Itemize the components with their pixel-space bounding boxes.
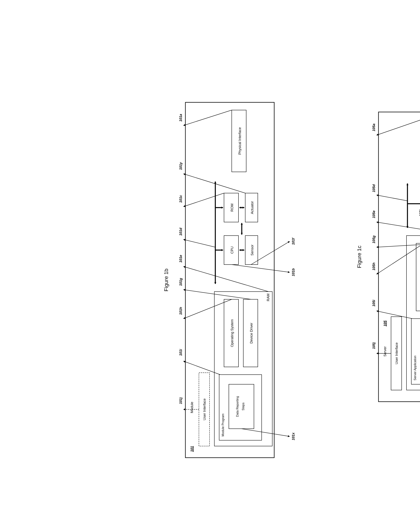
server-id: 105	[383, 320, 387, 326]
ref-101f: 101f	[291, 238, 295, 245]
module-id: 101	[190, 446, 194, 452]
ref-105j: 105j	[372, 342, 376, 349]
ref-101h: 101h	[179, 307, 183, 315]
phys-label: Physical Interface	[238, 127, 242, 155]
ref-105e: 105e	[372, 210, 376, 218]
ref-105b: 105b	[419, 208, 420, 216]
ref-101i: 101i	[179, 349, 183, 356]
server-app-label: Server Application	[413, 355, 417, 380]
figure-1c: Figure 1c Server 105 User Interface RAM …	[356, 112, 420, 402]
figure-1b-caption: Figure 1b	[163, 269, 169, 291]
ref-101a: 101a	[179, 114, 183, 122]
ref-105i: 105i	[372, 300, 376, 307]
server-title: Server	[383, 346, 387, 356]
actuator-label: Actuator	[250, 201, 254, 214]
ref-105d: 105d	[372, 184, 376, 192]
sensor-label: Sensor	[250, 244, 254, 255]
ref-101x: 101x	[291, 432, 295, 440]
ref-101g: 101g	[179, 278, 183, 286]
server-box: Server 105 User Interface RAM Server App…	[378, 112, 420, 402]
module-program-label: Module Program	[221, 414, 225, 436]
ref-105g: 105g	[372, 235, 376, 243]
ui-label: User Interface	[202, 398, 206, 420]
ref-105h: 105h	[372, 262, 376, 270]
ui-label-c: User Interface	[395, 342, 398, 364]
data-steps-line1: Data Reporting	[236, 396, 239, 417]
module-title: Module	[190, 402, 194, 413]
data-steps-box	[229, 384, 254, 429]
ref-105a: 105a	[372, 124, 376, 131]
ref-101j: 101j	[179, 397, 183, 404]
ram-label: RAM	[266, 293, 270, 301]
rom-label: ROM	[230, 203, 234, 212]
data-steps-line2: Steps	[241, 403, 245, 411]
cpu-label: CPU	[230, 246, 234, 254]
ref-101e: 101e	[179, 255, 183, 263]
ref-101c: 101c	[179, 195, 183, 203]
ref-101d: 101d	[179, 227, 183, 236]
dd-label: Device Driver	[249, 323, 253, 344]
figure-1c-caption: Figure 1c	[356, 246, 362, 268]
ram-container: RAM Module Program Data Reporting Steps …	[214, 292, 272, 446]
figure-1b: Figure 1b 101 Module User Interface RAM …	[163, 102, 295, 458]
ref-101b: 101b	[291, 268, 295, 276]
os-box-c	[416, 243, 420, 311]
os-label: Operating System	[230, 319, 234, 347]
ref-101y: 101y	[179, 162, 183, 170]
